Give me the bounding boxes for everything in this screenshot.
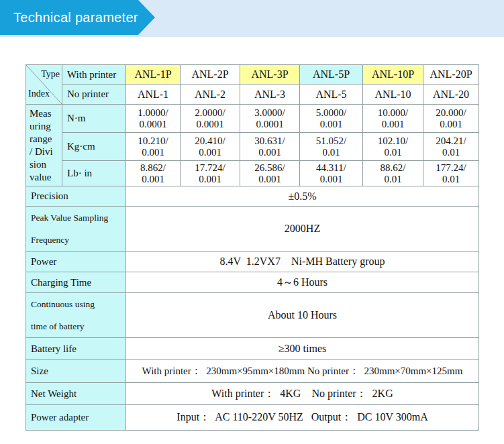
unit-cell: Kg·cm	[62, 133, 126, 161]
value-cell: 177.24/ 0.01	[423, 161, 479, 186]
spec-table: Type Index With printer ANL-1P ANL-2P AN…	[26, 64, 479, 431]
spec-row-sampling: Peak Value Sampling Frequency 2000HZ	[26, 207, 479, 252]
section-title: Technical parameter	[0, 10, 138, 25]
value-cell: 44.311/ 0.001	[300, 161, 363, 186]
spec-value: ±0.5%	[126, 186, 479, 207]
table-row-no-printer: No printer ANL-1 ANL-2 ANL-3 ANL-5 ANL-1…	[26, 85, 479, 105]
value-cell: 30.631/ 0.001	[240, 133, 300, 161]
model-cell: ANL-2P	[181, 65, 240, 85]
spec-label: Power adapter	[26, 405, 126, 431]
table-row-with-printer: Type Index With printer ANL-1P ANL-2P AN…	[26, 65, 479, 85]
spec-value: With printer： 4KG No printer： 2KG	[126, 383, 479, 405]
spec-row-net-weight: Net Weight With printer： 4KG No printer：…	[26, 383, 479, 405]
corner-index-label: Index	[28, 89, 50, 99]
value-cell: 20.410/ 0.001	[181, 133, 240, 161]
model-cell: ANL-5P	[300, 65, 363, 85]
section-banner: Technical parameter	[0, 0, 156, 35]
spec-value: 4～6 Hours	[126, 272, 479, 293]
spec-row-power: Power 8.4V 1.2VX7 Ni-MH Battery group	[26, 252, 479, 272]
spec-row-precision: Precision ±0.5%	[26, 186, 479, 207]
spec-value: ≥300 times	[126, 338, 479, 360]
value-cell: 10.210/ 0.001	[126, 133, 181, 161]
spec-row-charging: Charging Time 4～6 Hours	[26, 272, 479, 293]
value-cell: 1.0000/ 0.0001	[126, 105, 181, 133]
spec-value: About 10 Hours	[126, 293, 479, 338]
model-cell: ANL-1	[126, 85, 181, 105]
value-cell: 51.052/ 0.01	[300, 133, 363, 161]
spec-value: 8.4V 1.2VX7 Ni-MH Battery group	[126, 252, 479, 272]
spec-row-continuous: Continuous using time of battery About 1…	[26, 293, 479, 338]
value-cell: 8.862/ 0.001	[126, 161, 181, 186]
model-cell: ANL-20P	[423, 65, 479, 85]
spec-label: Peak Value Sampling Frequency	[26, 207, 126, 252]
model-cell: ANL-2	[181, 85, 240, 105]
value-cell: 26.586/ 0.001	[240, 161, 300, 186]
spec-label: Net Weight	[26, 383, 126, 405]
spec-label: Continuous using time of battery	[26, 293, 126, 338]
header-strip: Technical parameter	[0, 0, 504, 37]
value-cell: 102.10/ 0.01	[363, 133, 423, 161]
spec-label: Charging Time	[26, 272, 126, 293]
model-cell: ANL-3P	[240, 65, 300, 85]
unit-cell: Lb· in	[62, 161, 126, 186]
corner-type-label: Type	[41, 69, 60, 80]
model-cell: ANL-20	[423, 85, 479, 105]
value-cell: 3.0000/ 0.0001	[240, 105, 300, 133]
spec-label: Precision	[26, 186, 126, 207]
model-cell: ANL-10P	[363, 65, 423, 85]
spec-label: Battery life	[26, 338, 126, 360]
spec-row-size: Size With printer： 230mm×95mm×180mm No p…	[26, 360, 479, 383]
value-cell: 88.62/ 0.01	[363, 161, 423, 186]
unit-cell: N·m	[62, 105, 126, 133]
no-printer-label: No printer	[62, 85, 126, 105]
model-cell: ANL-5	[300, 85, 363, 105]
spec-value: Input： AC 110-220V 50HZ Output： DC 10V 3…	[126, 405, 479, 431]
value-cell: 10.000/ 0.001	[363, 105, 423, 133]
table-row-kgcm: Kg·cm 10.210/ 0.001 20.410/ 0.001 30.631…	[26, 133, 479, 161]
value-cell: 17.724/ 0.001	[181, 161, 240, 186]
value-cell: 5.0000/ 0.001	[300, 105, 363, 133]
model-cell: ANL-3	[240, 85, 300, 105]
spec-value: With printer： 230mm×95mm×180mm No printe…	[126, 360, 479, 383]
measuring-range-label: Meas uring range / Divi sion value	[26, 105, 62, 186]
spec-value: 2000HZ	[126, 207, 479, 252]
with-printer-label: With printer	[62, 65, 126, 85]
model-cell: ANL-10	[363, 85, 423, 105]
spec-label: Power	[26, 252, 126, 272]
spec-label: Size	[26, 360, 126, 383]
model-cell: ANL-1P	[126, 65, 181, 85]
value-cell: 20.000/ 0.001	[423, 105, 479, 133]
spec-row-power-adapter: Power adapter Input： AC 110-220V 50HZ Ou…	[26, 405, 479, 431]
corner-cell: Type Index	[26, 65, 62, 105]
value-cell: 204.21/ 0.01	[423, 133, 479, 161]
value-cell: 2.0000/ 0.0001	[181, 105, 240, 133]
spec-row-battery-life: Battery life ≥300 times	[26, 338, 479, 360]
table-row-lbin: Lb· in 8.862/ 0.001 17.724/ 0.001 26.586…	[26, 161, 479, 186]
table-row-nm: Meas uring range / Divi sion value N·m 1…	[26, 105, 479, 133]
